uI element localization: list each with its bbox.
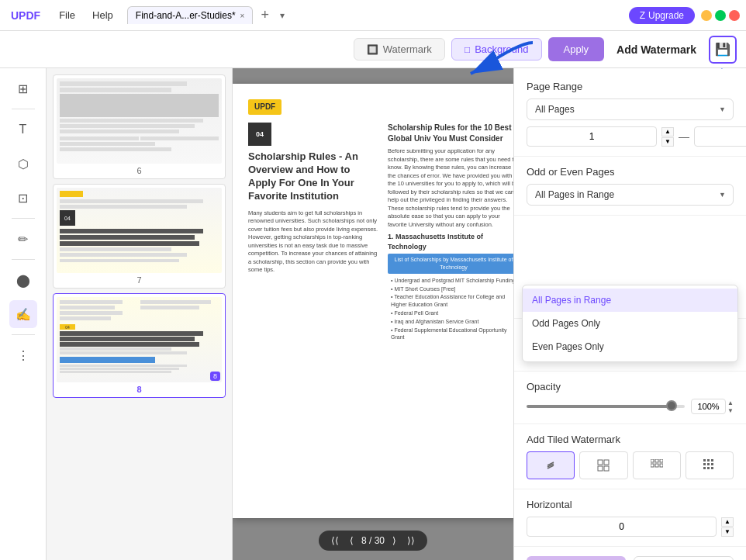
opacity-spinner[interactable]: ▲ ▼ [727, 399, 734, 414]
sidebar-stamp-icon[interactable]: ⬤ [9, 266, 37, 294]
menu-file[interactable]: File [51, 6, 83, 24]
nav-prev-button[interactable]: ⟨ [347, 534, 357, 548]
maximize-button[interactable] [715, 10, 726, 21]
document-page: UPDF 04 Scholarship Rules - An Overview … [233, 84, 513, 518]
document-view[interactable]: UPDF 04 Scholarship Rules - An Overview … [233, 68, 513, 560]
close-button[interactable] [729, 10, 740, 21]
thumb-num-8: 8 [57, 385, 222, 394]
opacity-label: Opacity [527, 381, 734, 392]
current-page: 8 [361, 535, 367, 546]
opacity-input[interactable] [691, 399, 726, 414]
doc-bullet-3: • Teacher Education Assistance for Colle… [388, 293, 513, 309]
minimize-button[interactable] [701, 10, 712, 21]
svg-rect-22 [711, 467, 713, 469]
main-area: ⊞ T ⬡ ⊡ ✏ ⬤ ✍ ⋮ [0, 68, 746, 560]
tiled-section: Add Tiled Watermark [514, 424, 746, 489]
thumbnail-8[interactable]: 04 8 8 [53, 293, 226, 398]
page-range-select[interactable]: All Pages Current Page Custom Range [527, 99, 734, 120]
watermark-tab[interactable]: 🔲 Watermark [354, 38, 445, 60]
horizontal-section: Horizontal ▲ ▼ [514, 489, 746, 547]
horizontal-spin-up[interactable]: ▲ [721, 517, 734, 527]
tiled-single-button[interactable] [527, 451, 575, 479]
spin-up-from[interactable]: ▲ [661, 127, 674, 137]
page-range-select-wrapper: All Pages Current Page Custom Range [527, 99, 734, 120]
svg-rect-21 [707, 467, 710, 469]
odd-even-select-wrapper: All Pages in Range Odd Pages Only Even P… [527, 184, 734, 206]
page-separator: / [369, 535, 375, 546]
dropdown-item-even[interactable]: Even Pages Only [523, 335, 737, 358]
sidebar-text-icon[interactable]: T [9, 116, 37, 143]
menu-help[interactable]: Help [85, 6, 121, 24]
odd-even-select[interactable]: All Pages in Range Odd Pages Only Even P… [527, 184, 734, 206]
horizontal-spin-down[interactable]: ▼ [721, 527, 734, 537]
active-tab[interactable]: Find-and-A...er-Studies* × [127, 6, 254, 24]
nav-next-button[interactable]: ⟩ [389, 534, 399, 548]
apply-button[interactable]: Apply [548, 37, 605, 61]
range-from-spinner[interactable]: ▲ ▼ [661, 127, 674, 147]
save-button[interactable]: Save [527, 556, 626, 560]
nav-first-button[interactable]: ⟨⟨ [328, 534, 342, 548]
tiled-3x3-button[interactable] [633, 451, 681, 479]
opacity-slider[interactable] [527, 405, 685, 408]
tab-close-button[interactable]: × [240, 12, 245, 20]
titlebar: UPDF File Help Find-and-A...er-Studies* … [0, 0, 746, 31]
doc-columns: 04 Scholarship Rules - An Overview and H… [248, 123, 513, 342]
sidebar-divider-1 [12, 109, 35, 109]
thumbnail-7[interactable]: 04 7 [53, 184, 226, 289]
svg-rect-13 [660, 464, 663, 467]
bottom-buttons: Save Cancel [514, 547, 746, 560]
background-tab[interactable]: □ Background [451, 38, 542, 60]
save-icon-button[interactable]: 💾 [709, 36, 737, 64]
new-tab-button[interactable]: + [256, 7, 274, 23]
tiled-4x4-button[interactable] [686, 451, 734, 479]
sidebar-divider-2 [12, 218, 35, 219]
doc-main-heading: Scholarship Rules - An Overview and How … [248, 150, 380, 203]
sidebar-image-icon[interactable]: ⬡ [9, 150, 37, 178]
sidebar-sign-icon[interactable]: ✍ [9, 300, 37, 328]
opacity-spin-down[interactable]: ▼ [727, 407, 734, 414]
svg-rect-6 [598, 466, 603, 471]
spin-down-from[interactable]: ▼ [661, 137, 674, 147]
doc-bullet-6: • Federal Supplemental Educational Oppor… [388, 327, 513, 342]
horizontal-input[interactable] [527, 517, 717, 537]
doc-col-right: Scholarship Rules for the 10 Best Global… [388, 123, 513, 342]
range-to-input[interactable] [694, 126, 746, 147]
sidebar-divider-3 [12, 259, 35, 260]
doc-col2-heading: Scholarship Rules for the 10 Best Global… [388, 123, 513, 144]
range-dash: — [679, 130, 689, 143]
toolbar: 🔲 Watermark □ Background Apply Add Water… [0, 31, 746, 68]
background-icon: □ [465, 44, 470, 55]
watermark-tab-label: Watermark [383, 43, 432, 55]
opacity-value-wrapper: ▲ ▼ [691, 399, 734, 414]
thumbnail-6[interactable]: 6 [53, 74, 226, 179]
dropdown-item-all[interactable]: All Pages in Range [523, 289, 737, 312]
cancel-button[interactable]: Cancel [634, 556, 734, 560]
upgrade-button[interactable]: Z Upgrade [629, 7, 695, 24]
horizontal-label: Horizontal [527, 499, 734, 510]
menu-bar: File Help [51, 6, 121, 24]
tab-bar: Find-and-A...er-Studies* × + ▾ [127, 6, 623, 24]
sidebar-markup-icon[interactable]: ✏ [9, 225, 37, 253]
opacity-spin-up[interactable]: ▲ [727, 399, 734, 406]
sidebar-more-icon[interactable]: ⋮ [9, 341, 37, 369]
svg-rect-5 [604, 460, 609, 465]
svg-rect-12 [655, 464, 658, 467]
horizontal-spinner[interactable]: ▲ ▼ [721, 517, 734, 537]
tiled-2x2-button[interactable] [579, 451, 627, 479]
opacity-section: Opacity ▲ ▼ [514, 372, 746, 424]
tiled-label: Add Tiled Watermark [527, 434, 734, 445]
sidebar-divider-4 [12, 334, 35, 335]
page-range-label: Page Range [527, 81, 734, 92]
dropdown-item-odd[interactable]: Odd Pages Only [523, 312, 737, 335]
range-from-input[interactable] [527, 126, 657, 147]
thumb-img-6 [57, 78, 222, 164]
sidebar-link-icon[interactable]: ⊡ [9, 184, 37, 212]
opacity-row: ▲ ▼ [527, 399, 734, 414]
window-controls [701, 10, 740, 21]
nav-last-button[interactable]: ⟩⟩ [404, 534, 418, 548]
doc-mit-link[interactable]: List of Scholarships by Massachusetts In… [388, 254, 513, 274]
sidebar-pages-icon[interactable]: ⊞ [9, 74, 37, 102]
tab-dropdown-button[interactable]: ▾ [277, 10, 288, 21]
thumb-num-7: 7 [57, 275, 222, 285]
save-doc-icon: 💾 [715, 42, 730, 57]
